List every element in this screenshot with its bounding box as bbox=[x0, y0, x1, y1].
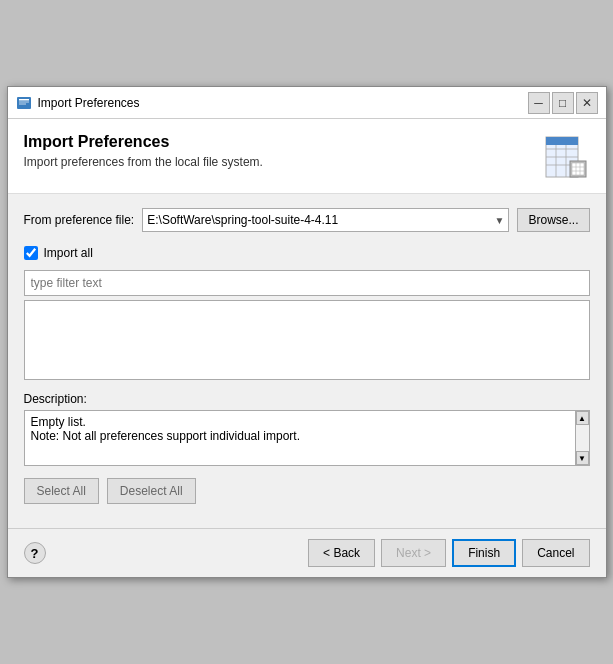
file-label: From preference file: bbox=[24, 213, 135, 227]
scroll-down-icon[interactable]: ▼ bbox=[576, 451, 589, 465]
close-button[interactable]: ✕ bbox=[576, 92, 598, 114]
finish-button[interactable]: Finish bbox=[452, 539, 516, 567]
footer-left: ? bbox=[24, 542, 46, 564]
title-bar-left: Import Preferences bbox=[16, 95, 140, 111]
cancel-button[interactable]: Cancel bbox=[522, 539, 589, 567]
svg-rect-2 bbox=[19, 101, 29, 102]
svg-rect-12 bbox=[572, 163, 584, 175]
help-button[interactable]: ? bbox=[24, 542, 46, 564]
import-all-row: Import all bbox=[24, 246, 590, 260]
deselect-all-button[interactable]: Deselect All bbox=[107, 478, 196, 504]
dialog-icon bbox=[16, 95, 32, 111]
title-bar: Import Preferences ─ □ ✕ bbox=[8, 87, 606, 119]
header-icon bbox=[542, 133, 590, 181]
scroll-up-icon[interactable]: ▲ bbox=[576, 411, 589, 425]
description-content: Empty list. Note: Not all preferences su… bbox=[31, 415, 583, 443]
page-subtitle: Import preferences from the local file s… bbox=[24, 155, 263, 169]
select-all-button[interactable]: Select All bbox=[24, 478, 99, 504]
file-row: From preference file: E:\SoftWare\spring… bbox=[24, 208, 590, 232]
description-box: Empty list. Note: Not all preferences su… bbox=[24, 410, 590, 466]
footer-right: < Back Next > Finish Cancel bbox=[308, 539, 589, 567]
svg-rect-1 bbox=[19, 99, 29, 101]
footer: ? < Back Next > Finish Cancel bbox=[8, 528, 606, 577]
back-button[interactable]: < Back bbox=[308, 539, 375, 567]
next-button[interactable]: Next > bbox=[381, 539, 446, 567]
preferences-list[interactable] bbox=[24, 300, 590, 380]
combo-arrow-icon: ▼ bbox=[495, 215, 505, 226]
description-line2: Note: Not all preferences support indivi… bbox=[31, 429, 567, 443]
description-line1: Empty list. bbox=[31, 415, 567, 429]
import-preferences-dialog: Import Preferences ─ □ ✕ Import Preferen… bbox=[7, 86, 607, 578]
title-text: Import Preferences bbox=[38, 96, 140, 110]
svg-rect-5 bbox=[546, 137, 578, 145]
description-scrollbar: ▲ ▼ bbox=[575, 411, 589, 465]
file-path-combo[interactable]: E:\SoftWare\spring-tool-suite-4-4.11 ▼ bbox=[142, 208, 509, 232]
browse-button[interactable]: Browse... bbox=[517, 208, 589, 232]
svg-rect-3 bbox=[19, 103, 26, 104]
filter-input[interactable] bbox=[24, 270, 590, 296]
select-row: Select All Deselect All bbox=[24, 478, 590, 504]
import-all-checkbox[interactable] bbox=[24, 246, 38, 260]
content-area: From preference file: E:\SoftWare\spring… bbox=[8, 194, 606, 528]
header-section: Import Preferences Import preferences fr… bbox=[8, 119, 606, 194]
description-label: Description: bbox=[24, 392, 590, 406]
minimize-button[interactable]: ─ bbox=[528, 92, 550, 114]
title-controls: ─ □ ✕ bbox=[528, 92, 598, 114]
header-text: Import Preferences Import preferences fr… bbox=[24, 133, 263, 169]
file-path-value: E:\SoftWare\spring-tool-suite-4-4.11 bbox=[147, 213, 338, 227]
svg-rect-0 bbox=[17, 97, 31, 109]
import-all-label[interactable]: Import all bbox=[44, 246, 93, 260]
maximize-button[interactable]: □ bbox=[552, 92, 574, 114]
page-title: Import Preferences bbox=[24, 133, 263, 151]
